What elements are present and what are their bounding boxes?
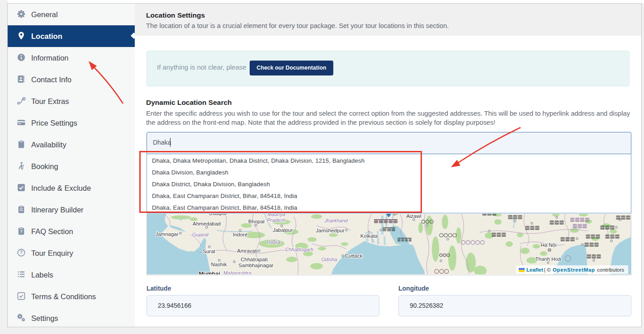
svg-text:Jamshedpur: Jamshedpur xyxy=(316,228,344,233)
svg-text:?: ? xyxy=(20,229,23,234)
svg-text:contributors: contributors xyxy=(597,267,624,273)
svg-text:Mumbai: Mumbai xyxy=(199,271,220,274)
svg-text:Kolkata: Kolkata xyxy=(360,233,378,239)
svg-text:Pradesh: Pradesh xyxy=(267,217,286,223)
svg-text:Aizawl: Aizawl xyxy=(406,214,421,219)
svg-text:Sambhajinagar: Sambhajinagar xyxy=(238,263,274,268)
svg-text:?: ? xyxy=(20,250,23,255)
svg-text:Madhya: Madhya xyxy=(267,214,285,217)
svg-text:| ©: | © xyxy=(544,267,551,273)
svg-text:Hà Nội: Hà Nội xyxy=(540,242,556,248)
svg-text:Surat: Surat xyxy=(203,249,215,254)
svg-text:Jharkhand: Jharkhand xyxy=(324,218,348,223)
svg-text:Gujarat: Gujarat xyxy=(192,232,209,237)
svg-text:Ahmedabad: Ahmedabad xyxy=(193,221,221,226)
svg-text:Bhopal: Bhopal xyxy=(248,219,265,224)
svg-text:Maharashtra: Maharashtra xyxy=(223,270,251,274)
svg-text:Chhattisgarh: Chhattisgarh xyxy=(285,247,313,252)
svg-text:India: India xyxy=(267,238,281,245)
svg-text:Cuttack: Cuttack xyxy=(345,253,363,259)
svg-text:Jabalpur: Jabalpur xyxy=(273,227,293,233)
svg-text:Jamnagar: Jamnagar xyxy=(155,231,178,237)
svg-text:Chhatrapati: Chhatrapati xyxy=(241,257,267,262)
svg-text:Indore: Indore xyxy=(233,232,248,237)
svg-text:Leaflet: Leaflet xyxy=(526,267,543,273)
svg-text:Odisha: Odisha xyxy=(322,257,337,262)
svg-text:OpenStreetMap: OpenStreetMap xyxy=(553,267,595,273)
svg-text:Nashik: Nashik xyxy=(211,262,227,267)
svg-text:Thanh Hoá: Thanh Hoá xyxy=(535,256,562,262)
svg-text:Udaipur: Udaipur xyxy=(209,214,227,216)
svg-text:Amravati: Amravati xyxy=(237,248,257,254)
